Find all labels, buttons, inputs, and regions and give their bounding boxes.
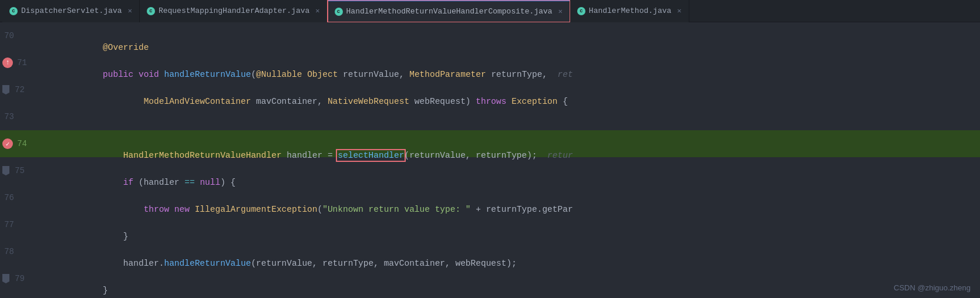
- code-text-77: }: [47, 211, 980, 238]
- gutter-72: 72: [0, 76, 47, 103]
- tab-label: HandlerMethodReturnValueHandlerComposite…: [346, 7, 553, 16]
- code-line-74: ✓ 74 HandlerMethodReturnValueHandler han…: [0, 130, 980, 157]
- code-text-79: }: [47, 265, 980, 292]
- java-icon: c: [577, 7, 585, 15]
- code-text-70: @Override: [47, 22, 980, 49]
- tab-request-mapping[interactable]: c RequestMappingHandlerAdapter.java ✕: [140, 0, 328, 22]
- code-text-73: [47, 103, 980, 130]
- gutter-75: 75: [0, 157, 47, 184]
- tab-label: DispatcherServlet.java: [21, 6, 122, 15]
- watermark: CSDN @zhiguo.zheng: [894, 283, 971, 292]
- tab-close-icon[interactable]: ✕: [677, 8, 681, 15]
- code-text-74: HandlerMethodReturnValueHandler handler …: [47, 130, 980, 157]
- gutter-77: 77: [0, 211, 47, 238]
- bookmark-icon-75: [2, 166, 9, 175]
- tab-dispatcher-servlet[interactable]: c DispatcherServlet.java ✕: [2, 0, 140, 22]
- line-number-78: 78: [2, 247, 19, 256]
- code-line-72: 72 ModelAndViewContainer mavContainer, N…: [0, 76, 980, 103]
- code-editor: 70 @Override ↑ 71 public void handleRetu…: [0, 22, 980, 298]
- tab-handler-method[interactable]: c HandlerMethod.java ✕: [570, 0, 689, 22]
- line-number-72: 72: [13, 85, 29, 94]
- gutter-76: 76: [0, 184, 47, 211]
- line-number-79: 79: [13, 274, 29, 283]
- gutter-70: 70: [0, 22, 47, 49]
- gutter-73: 73: [0, 103, 47, 130]
- code-text-78: handler.handleReturnValue(returnValue, r…: [47, 238, 980, 265]
- code-text-76: throw new IllegalArgumentException("Unkn…: [47, 184, 980, 211]
- code-line-77: 77 }: [0, 211, 980, 238]
- line-number-74: 74: [15, 139, 32, 148]
- line-number-76: 76: [2, 193, 19, 202]
- line-number-77: 77: [2, 220, 19, 229]
- code-line-78: 78 handler.handleReturnValue(returnValue…: [0, 238, 980, 265]
- gutter-71: ↑ 71: [0, 49, 47, 76]
- code-line-71: ↑ 71 public void handleReturnValue(@Null…: [0, 49, 980, 76]
- tab-close-icon[interactable]: ✕: [558, 8, 563, 15]
- java-icon: c: [9, 7, 18, 15]
- tab-close-icon[interactable]: ✕: [315, 8, 319, 15]
- tab-handler-composite[interactable]: c HandlerMethodReturnValueHandlerComposi…: [328, 0, 570, 22]
- code-line-70: 70 @Override: [0, 22, 980, 49]
- bookmark-icon-79: [2, 274, 9, 283]
- line-number-70: 70: [2, 31, 19, 40]
- java-icon: c: [335, 8, 343, 16]
- up-arrow-badge: ↑: [2, 57, 13, 68]
- tab-label: HandlerMethod.java: [589, 6, 671, 15]
- java-icon: c: [147, 7, 155, 15]
- code-text-71: public void handleReturnValue(@Nullable …: [47, 49, 980, 76]
- code-line-75: 75 if (handler == null) {: [0, 157, 980, 184]
- code-text-75: if (handler == null) {: [47, 157, 980, 184]
- code-line-79: 79 }: [0, 265, 980, 292]
- line-number-75: 75: [13, 166, 29, 175]
- line-number-71: 71: [15, 58, 32, 67]
- code-span: }: [82, 286, 108, 295]
- code-line-73: 73: [0, 103, 980, 130]
- code-line-76: 76 throw new IllegalArgumentException("U…: [0, 184, 980, 211]
- check-badge-74: ✓: [2, 138, 13, 149]
- gutter-74: ✓ 74: [0, 130, 47, 157]
- code-text-72: ModelAndViewContainer mavContainer, Nati…: [47, 76, 980, 103]
- tab-label: RequestMappingHandlerAdapter.java: [159, 6, 309, 15]
- gutter-79: 79: [0, 265, 47, 292]
- tab-bar: c DispatcherServlet.java ✕ c RequestMapp…: [0, 0, 980, 22]
- gutter-78: 78: [0, 238, 47, 265]
- bookmark-icon-72: [2, 85, 9, 94]
- tab-close-icon[interactable]: ✕: [128, 8, 132, 15]
- line-number-73: 73: [2, 112, 19, 121]
